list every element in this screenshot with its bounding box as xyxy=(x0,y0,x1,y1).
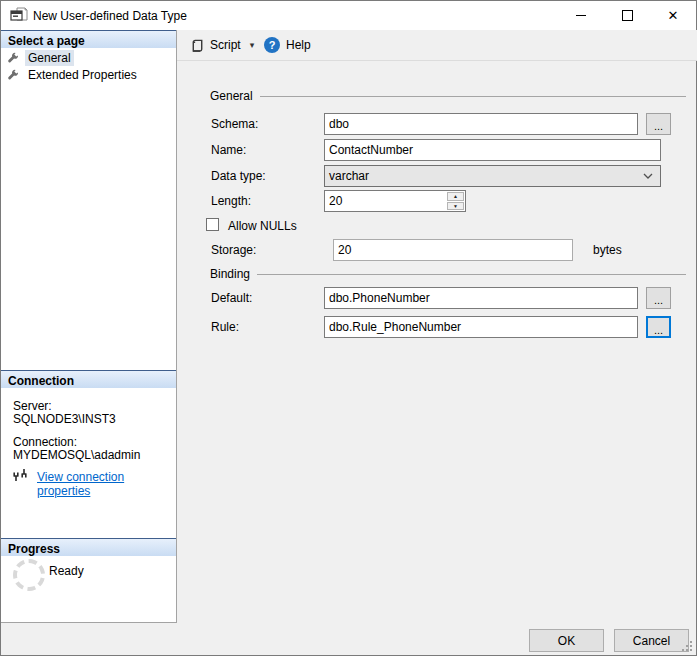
schema-label: Schema: xyxy=(211,117,258,131)
schema-input[interactable] xyxy=(324,113,638,135)
data-type-select[interactable]: varchar xyxy=(324,165,661,187)
group-divider xyxy=(260,96,686,97)
rule-browse-button[interactable]: ... xyxy=(646,316,671,338)
storage-label: Storage: xyxy=(211,243,256,257)
schema-browse-button[interactable]: ... xyxy=(646,113,671,135)
view-connection-properties-link[interactable]: View connection properties xyxy=(37,470,176,498)
length-spin-buttons: ▲ ▼ xyxy=(446,191,465,211)
resize-grip[interactable] xyxy=(681,640,693,652)
dialog-window: New User-defined Data Type ✕ Select a pa… xyxy=(0,0,697,656)
script-label: Script xyxy=(210,38,241,52)
help-button[interactable]: ? Help xyxy=(259,33,316,57)
server-label: Server: xyxy=(13,399,52,413)
rule-input[interactable] xyxy=(324,316,638,338)
sidebar-item-label: General xyxy=(25,50,74,66)
maximize-button[interactable] xyxy=(604,1,650,30)
sidebar-item-label: Extended Properties xyxy=(25,67,140,83)
group-divider xyxy=(257,274,686,275)
data-type-label: Data type: xyxy=(211,169,266,183)
rule-label: Rule: xyxy=(211,320,239,334)
length-input[interactable] xyxy=(325,191,446,211)
sidebar-item-general[interactable]: General xyxy=(7,50,74,66)
default-label: Default: xyxy=(211,291,252,305)
length-label: Length: xyxy=(211,194,251,208)
connection-header: Connection xyxy=(1,370,176,388)
maximize-icon xyxy=(622,10,633,21)
connection-label: Connection: xyxy=(13,435,77,449)
name-label: Name: xyxy=(211,143,246,157)
default-browse-button[interactable]: ... xyxy=(646,287,671,309)
select-a-page-header: Select a page xyxy=(1,30,176,48)
window-title: New User-defined Data Type xyxy=(33,9,187,23)
chevron-down-icon xyxy=(643,173,653,179)
data-type-value: varchar xyxy=(329,169,369,183)
general-group-title: General xyxy=(210,89,253,103)
minimize-icon xyxy=(576,15,586,16)
progress-header: Progress xyxy=(1,538,176,556)
help-icon: ? xyxy=(264,37,280,53)
ok-button[interactable]: OK xyxy=(529,629,604,652)
general-group-header: General xyxy=(210,89,686,103)
wrench-icon xyxy=(7,69,19,81)
default-input[interactable] xyxy=(324,287,638,309)
binding-group-title: Binding xyxy=(210,267,250,281)
connection-value: MYDEMOSQL\adadmin xyxy=(13,448,140,462)
progress-spinner-icon xyxy=(13,559,45,591)
titlebar: New User-defined Data Type ✕ xyxy=(1,1,696,30)
wrench-icon xyxy=(7,52,19,64)
binding-group-header: Binding xyxy=(210,267,686,281)
dialog-icon xyxy=(10,7,28,23)
help-label: Help xyxy=(286,38,311,52)
sidebar: Select a page General Extended Propertie… xyxy=(1,30,177,623)
sidebar-item-extended-properties[interactable]: Extended Properties xyxy=(7,67,140,83)
toolbar: Script ▾ ? Help xyxy=(177,30,697,61)
minimize-button[interactable] xyxy=(558,1,604,30)
name-input[interactable] xyxy=(324,139,661,161)
close-icon: ✕ xyxy=(668,8,679,23)
form-panel: General Schema: ... Name: Data type: var… xyxy=(177,61,697,656)
progress-status: Ready xyxy=(49,564,84,578)
spin-down-icon[interactable]: ▼ xyxy=(447,202,464,211)
allow-nulls-label: Allow NULLs xyxy=(228,219,297,233)
server-value: SQLNODE3\INST3 xyxy=(13,412,116,426)
spin-up-icon[interactable]: ▲ xyxy=(447,192,464,201)
storage-unit-label: bytes xyxy=(593,243,622,257)
script-button[interactable]: Script ▾ xyxy=(185,33,259,57)
script-icon xyxy=(190,38,205,53)
length-stepper: ▲ ▼ xyxy=(324,190,466,212)
close-button[interactable]: ✕ xyxy=(650,1,696,30)
allow-nulls-checkbox[interactable] xyxy=(206,218,219,231)
cancel-button[interactable]: Cancel xyxy=(614,629,689,652)
chevron-down-icon: ▾ xyxy=(246,40,255,50)
connection-properties-icon xyxy=(12,468,29,482)
storage-input xyxy=(333,239,573,261)
